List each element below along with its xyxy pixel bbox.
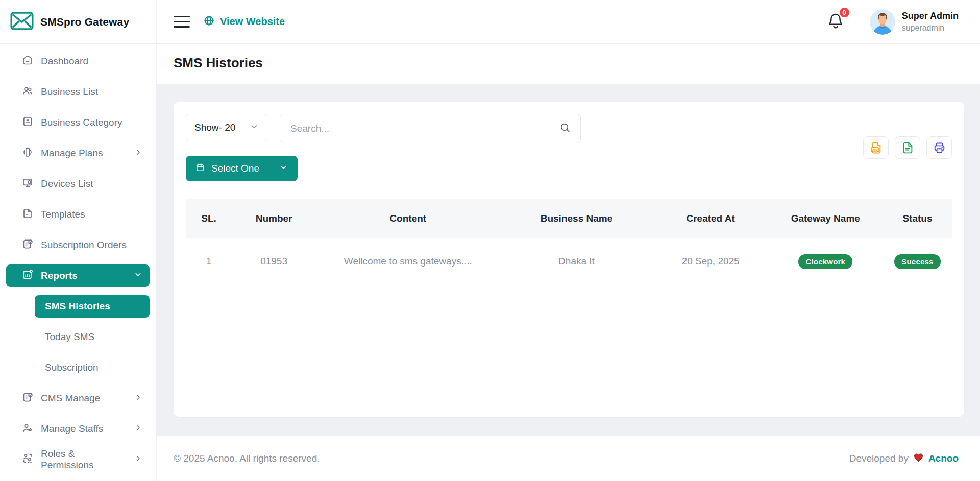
- date-filter-value: Select One: [211, 163, 259, 174]
- column-header-gateway-name: Gateway Name: [768, 199, 883, 238]
- view-website-label: View Website: [220, 16, 285, 28]
- sidebar-item-dashboard[interactable]: Dashboard: [6, 50, 150, 73]
- file-icon: [21, 207, 34, 222]
- column-header-sl: SL.: [186, 199, 232, 238]
- show-select-value: Show- 20: [194, 122, 235, 133]
- bell-icon: [826, 23, 845, 32]
- topbar: View Website 0: [157, 0, 980, 44]
- chart-icon: [21, 269, 34, 283]
- reports-submenu: SMS Histories Today SMS Subscription: [35, 295, 150, 379]
- cell-sl: 1: [186, 238, 232, 285]
- submenu-item-label: SMS Histories: [45, 301, 110, 312]
- copyright-text: © 2025 Acnoo, All rights reserved.: [174, 453, 320, 464]
- calendar-icon: [195, 162, 205, 175]
- page-title-bar: SMS Histories: [157, 44, 980, 85]
- export-csv-button[interactable]: csv: [863, 136, 889, 159]
- gateway-badge: Clockwork: [798, 254, 852, 269]
- search-icon[interactable]: [559, 122, 571, 136]
- sidebar-item-reports[interactable]: Reports: [6, 264, 150, 287]
- sidebar-item-manage-plans[interactable]: Manage Plans: [6, 142, 150, 164]
- filter-row: Show- 20: [186, 114, 952, 143]
- user-meta[interactable]: Super Admin superadmin: [902, 11, 959, 33]
- page-title: SMS Histories: [174, 55, 980, 71]
- document-export-icon: [901, 141, 915, 155]
- sidebar-item-label: Business List: [41, 86, 98, 98]
- column-header-created-at: Created At: [653, 199, 768, 238]
- footer: © 2025 Acnoo, All rights reserved. Devel…: [157, 436, 980, 481]
- topbar-right: 0 Super Admin superadmin: [826, 9, 959, 35]
- date-filter-select[interactable]: Select One: [186, 156, 298, 181]
- show-per-page-select[interactable]: Show- 20: [186, 114, 267, 141]
- main-area: View Website 0: [157, 0, 980, 481]
- users-icon: [21, 85, 34, 100]
- csv-file-icon: csv: [869, 141, 883, 155]
- monitor-icon: [21, 177, 34, 191]
- cms-icon: [21, 391, 34, 406]
- sms-histories-card: Show- 20 csv: [174, 102, 964, 417]
- cell-created-at: 20 Sep, 2025: [653, 238, 768, 285]
- sidebar-item-label: CMS Manage: [41, 393, 100, 404]
- sidebar-item-label: Templates: [41, 209, 85, 220]
- status-badge: Success: [894, 254, 940, 269]
- mobile-plan-icon: [21, 146, 34, 161]
- view-website-link[interactable]: View Website: [203, 15, 285, 29]
- sidebar-item-label: Dashboard: [41, 56, 88, 67]
- submenu-item-today-sms[interactable]: Today SMS: [35, 326, 150, 348]
- developed-by-text: Developed by: [849, 453, 909, 464]
- sidebar-item-business-list[interactable]: Business List: [6, 81, 150, 103]
- submenu-item-subscription[interactable]: Subscription: [35, 356, 150, 379]
- column-header-number: Number: [232, 199, 316, 238]
- chevron-down-icon: [250, 122, 259, 134]
- sidebar-item-label: Business Category: [41, 117, 122, 128]
- sidebar: SMSpro Gateway Dashboard Business List B…: [0, 0, 156, 481]
- column-header-content: Content: [316, 199, 500, 238]
- chevron-down-icon: [279, 162, 288, 175]
- column-header-business-name: Business Name: [500, 199, 653, 238]
- sidebar-item-manage-staffs[interactable]: Manage Staffs: [6, 418, 150, 440]
- cell-business-name: Dhaka It: [500, 238, 653, 285]
- brand-name: SMSpro Gateway: [40, 16, 129, 28]
- roles-hierarchy-icon: [21, 452, 34, 467]
- chevron-right-icon: [134, 393, 142, 404]
- sidebar-item-devices-list[interactable]: Devices List: [6, 173, 150, 195]
- sms-histories-table: SL. Number Content Business Name Created…: [186, 199, 952, 285]
- sidebar-item-label: Manage Plans: [41, 148, 103, 159]
- home-icon: [21, 54, 34, 69]
- sidebar-item-templates[interactable]: Templates: [6, 203, 150, 226]
- document-lines-icon: [21, 115, 34, 130]
- sidebar-item-label: Reports: [41, 270, 78, 281]
- column-header-status: Status: [883, 199, 952, 238]
- sidebar-item-label: Roles & Permissions: [41, 448, 127, 471]
- export-excel-button[interactable]: [895, 136, 920, 159]
- print-button[interactable]: [926, 136, 952, 159]
- avatar[interactable]: [870, 9, 895, 35]
- developer-link[interactable]: Acnoo: [928, 453, 959, 464]
- chevron-down-icon: [134, 270, 142, 281]
- sidebar-item-subscription-orders[interactable]: Subscription Orders: [6, 234, 150, 256]
- user-name: Super Admin: [902, 11, 959, 21]
- notification-count-badge: 0: [839, 7, 850, 18]
- search-input[interactable]: [290, 123, 559, 134]
- user-role: superadmin: [902, 23, 959, 33]
- submenu-item-sms-histories[interactable]: SMS Histories: [35, 295, 150, 318]
- sidebar-item-label: Subscription Orders: [41, 239, 127, 251]
- cell-status: Success: [883, 238, 952, 285]
- file-check-icon: [21, 238, 34, 253]
- sidebar-item-label: Devices List: [41, 178, 93, 189]
- printer-icon: [933, 141, 946, 155]
- chevron-right-icon: [134, 423, 142, 435]
- chevron-right-icon: [134, 148, 142, 159]
- notifications-button[interactable]: 0: [826, 11, 845, 33]
- globe-icon: [203, 15, 215, 29]
- cell-gateway-name: Clockwork: [768, 238, 883, 285]
- sidebar-item-business-category[interactable]: Business Category: [6, 111, 150, 134]
- menu-toggle-icon[interactable]: [174, 16, 190, 28]
- brand-logo[interactable]: SMSpro Gateway: [0, 0, 156, 44]
- svg-text:csv: csv: [872, 148, 877, 151]
- content-area: Show- 20 csv: [157, 85, 980, 436]
- envelope-icon: [10, 11, 34, 33]
- cell-number: 01953: [232, 238, 316, 285]
- sidebar-item-cms-manage[interactable]: CMS Manage: [6, 387, 150, 410]
- sidebar-item-roles-permissions[interactable]: Roles & Permissions: [6, 448, 150, 471]
- developed-by: Developed by Acnoo: [849, 452, 959, 465]
